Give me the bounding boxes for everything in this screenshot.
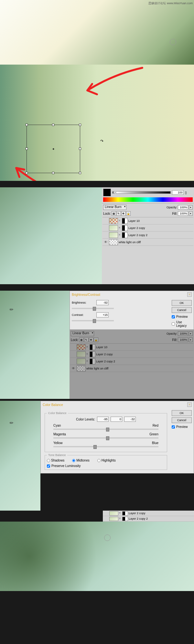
annotation-arrow xyxy=(58,65,155,119)
visibility-toggle[interactable]: 👁 xyxy=(103,240,108,245)
color-balance-group: Color Balance Color Levels: CyanRed Mage… xyxy=(45,411,167,452)
link-icon: ⠿ xyxy=(119,227,121,229)
lock-transparency-icon[interactable]: ▦ xyxy=(112,211,116,216)
collapse-icon[interactable]: ▿ xyxy=(187,402,192,407)
layer-mask-thumbnail[interactable] xyxy=(122,218,128,224)
level-3-input[interactable] xyxy=(124,417,136,422)
preserve-luminosity-checkbox[interactable] xyxy=(47,464,50,468)
visibility-toggle[interactable] xyxy=(103,233,108,238)
cancel-button[interactable]: Cancel xyxy=(172,307,192,313)
layer-row[interactable]: ⠿ Layer 2 copy xyxy=(102,224,193,232)
transform-bounding-box[interactable]: ✦ xyxy=(27,125,80,173)
opacity-flyout-icon: ▸ xyxy=(189,331,193,336)
brightness-slider[interactable] xyxy=(72,308,114,309)
layer-mask-thumbnail[interactable] xyxy=(122,232,128,238)
lock-pixels-icon[interactable]: ✎ xyxy=(116,211,121,216)
section-layers-result: K ▯ Linear Burn Opacity: ▸ Lock: ▦ ✎ ✥ xyxy=(0,187,194,284)
rotate-cursor-icon: ↷ xyxy=(100,139,103,143)
contrast-label: Contrast: xyxy=(72,313,94,317)
opacity-flyout-icon[interactable]: ▸ xyxy=(189,205,193,210)
layers-partial-section: ⠿ Layer 2 copy ⠿ Layer 2 copy 2 xyxy=(0,511,194,522)
lock-pixels-icon: ✎ xyxy=(84,338,89,342)
legacy-label: Use Legacy xyxy=(176,320,192,327)
lock-transparency-icon: ▦ xyxy=(79,338,84,342)
preview-checkbox[interactable] xyxy=(172,315,175,318)
layer-mask-thumbnail xyxy=(90,344,95,350)
fill-label: Fill: xyxy=(172,212,177,215)
lock-label: Lock: xyxy=(71,338,79,342)
lock-position-icon[interactable]: ✥ xyxy=(121,211,126,216)
layer-name-label[interactable]: white light on cliff xyxy=(119,241,141,244)
layer-thumbnail-icon[interactable] xyxy=(109,218,118,224)
blend-mode-select[interactable]: Linear Burn xyxy=(103,205,126,210)
opacity-label: Opacity: xyxy=(167,332,177,335)
visibility-toggle[interactable] xyxy=(103,225,108,231)
layer-thumbnail-icon[interactable] xyxy=(109,232,118,238)
brush-cursor xyxy=(104,535,111,541)
layer-row: 👁 white light on cliff xyxy=(70,365,193,372)
yellow-blue-slider[interactable] xyxy=(53,446,158,447)
layer-thumbnail-icon[interactable] xyxy=(109,239,118,245)
dialog-title: Color Balance xyxy=(43,403,63,407)
shadows-radio[interactable] xyxy=(47,459,50,462)
opacity-input xyxy=(178,331,188,336)
layer-mask-thumbnail[interactable] xyxy=(122,225,128,231)
contrast-slider[interactable] xyxy=(72,320,114,321)
dialog-title: Brightness/Contrast xyxy=(72,293,100,296)
ok-button[interactable]: OK xyxy=(172,410,192,416)
ok-button[interactable]: OK xyxy=(172,300,192,306)
layer-row[interactable]: ⠿ Layer 10 xyxy=(102,217,193,224)
k-value-input[interactable] xyxy=(172,190,184,195)
layers-panel: Linear Burn Opacity: ▸ Lock: ▦ ✎ ✥ 🔒 Fil… xyxy=(102,203,194,284)
layer-name-label[interactable]: Layer 2 copy xyxy=(128,226,145,230)
layer-name-label[interactable]: Layer 2 copy 2 xyxy=(128,234,147,237)
collapse-icon[interactable]: ▿ xyxy=(187,292,192,297)
canvas-step-3-transform: ✦ ↷ xyxy=(0,119,194,181)
layer-row: ⠿ Layer 2 copy 2 xyxy=(70,358,193,365)
brightness-label: Brightness: xyxy=(72,301,94,304)
layer-thumbnail-icon xyxy=(77,344,86,350)
fill-input[interactable] xyxy=(178,211,188,216)
k-slider[interactable] xyxy=(116,191,171,194)
cancel-button[interactable]: Cancel xyxy=(172,417,192,423)
canvas-step-6: ✎ xyxy=(0,401,40,511)
visibility-toggle[interactable] xyxy=(103,218,108,223)
fill-label: Fill: xyxy=(172,338,177,342)
spectrum-bar[interactable] xyxy=(103,197,193,202)
canvas-step-4 xyxy=(0,187,102,284)
level-1-input[interactable] xyxy=(97,417,109,422)
layer-row: ⠿ Layer 2 copy xyxy=(70,351,193,358)
eyedropper-cursor-icon: ✎ xyxy=(8,420,15,426)
preview-checkbox[interactable] xyxy=(172,425,175,429)
color-balance-dialog: Color Balance ▿ Color Balance Color Leve… xyxy=(40,401,194,473)
layer-row: ⠿ Layer 2 copy xyxy=(103,511,194,516)
visibility-toggle xyxy=(71,345,76,350)
lock-label: Lock: xyxy=(103,212,111,215)
lock-all-icon[interactable]: 🔒 xyxy=(126,211,131,216)
highlights-radio[interactable] xyxy=(97,459,101,462)
layer-thumbnail-icon[interactable] xyxy=(109,225,118,231)
brightness-input[interactable] xyxy=(96,300,109,305)
canvas-step-2 xyxy=(0,65,194,119)
fill-flyout-icon[interactable]: ▸ xyxy=(189,211,193,216)
fill-flyout-icon: ▸ xyxy=(189,338,193,342)
legacy-checkbox[interactable] xyxy=(172,322,175,326)
cyan-red-slider[interactable] xyxy=(53,429,158,430)
layers-panel-behind: Linear Burn Opacity: ▸ Lock: ▦ ✎ ✥ 🔒 Fil… xyxy=(70,330,194,399)
ink-warning-icon: ▯ xyxy=(185,191,187,194)
contrast-input[interactable] xyxy=(96,312,109,317)
layer-row[interactable]: 👁 white light on cliff xyxy=(102,239,193,246)
canvas-final xyxy=(0,522,194,591)
link-icon: ⠿ xyxy=(119,220,121,222)
magenta-green-slider[interactable] xyxy=(53,437,158,439)
midtones-radio[interactable] xyxy=(72,459,75,462)
layer-row[interactable]: ⠿ Layer 2 copy 2 xyxy=(102,232,193,239)
foreground-color-swatch[interactable] xyxy=(103,189,111,196)
tone-balance-group: Tone Balance Shadows Midtones Highlights… xyxy=(45,453,167,470)
layer-name-label[interactable]: Layer 10 xyxy=(128,219,140,223)
opacity-input[interactable] xyxy=(178,205,188,210)
brightness-contrast-dialog: Brightness/Contrast ▿ Brightness: Contra… xyxy=(70,291,194,330)
link-icon: ⠿ xyxy=(119,234,121,236)
level-2-input[interactable] xyxy=(111,417,122,422)
section-brightness: ✎ Brightness/Contrast ▿ Brightness: Cont… xyxy=(0,291,194,399)
